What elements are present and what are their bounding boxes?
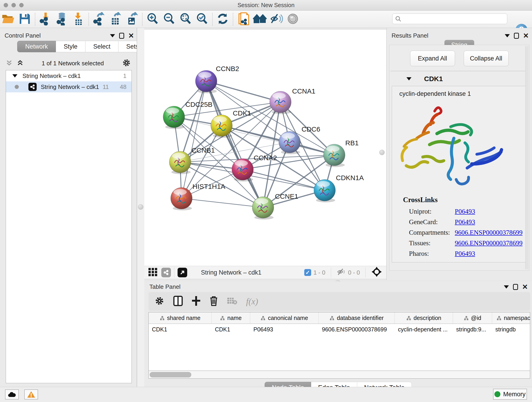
table-cell[interactable]: P06493 [250, 324, 319, 335]
hidden-eye-icon[interactable] [336, 268, 346, 277]
collapse-all-button[interactable]: Collapse All [464, 51, 509, 66]
crosslink-link[interactable]: 9606.ENSP00000378699 [455, 229, 523, 236]
save-session-button[interactable] [17, 12, 33, 27]
hide-details-button[interactable] [268, 12, 285, 27]
panel-close-icon[interactable]: ✕ [128, 32, 134, 39]
column-header--id[interactable]: @id [453, 313, 492, 324]
panel-menu-icon[interactable] [110, 34, 115, 37]
import-network-button[interactable] [37, 12, 54, 27]
network-collection-row[interactable]: String Network – cdk1 1 [6, 70, 132, 81]
export-network-button[interactable] [91, 12, 107, 27]
tab-style[interactable]: Style [56, 41, 85, 52]
zoom-out-button[interactable] [161, 12, 177, 27]
detach-view-icon[interactable] [177, 268, 187, 277]
starter-panel-button[interactable] [252, 12, 268, 27]
table-cell[interactable]: stringdb [492, 324, 530, 335]
zoom-fit-button[interactable] [177, 12, 194, 27]
network-node-CDC25B[interactable] [163, 106, 185, 129]
network-node-CCNA1[interactable] [270, 91, 291, 114]
collection-expand-icon[interactable] [12, 74, 17, 77]
crosslink-link[interactable]: 9606.ENSP00000378699 [455, 239, 523, 246]
table-cell[interactable]: CDK1 [212, 324, 250, 335]
panel-close-icon[interactable]: ✕ [522, 283, 528, 290]
table-cell[interactable]: stringdb:9... [453, 324, 492, 335]
tab-network[interactable]: Network [17, 41, 56, 52]
network-node-RB1[interactable] [323, 144, 345, 167]
column-header-name[interactable]: name [212, 313, 250, 324]
network-node-CDC6[interactable] [279, 131, 300, 154]
scrollbar-thumb[interactable] [150, 372, 191, 377]
table-cell[interactable]: 9606.ENSP00000378699 [319, 324, 395, 335]
search-input[interactable] [401, 14, 507, 23]
column-header-database-identifier[interactable]: database identifier [319, 313, 395, 324]
crosslink-link[interactable]: P06493 [455, 250, 475, 257]
network-node-CDKN1A[interactable] [314, 179, 336, 202]
results-scrollbar[interactable] [525, 46, 529, 269]
select-columns-icon[interactable] [173, 296, 183, 307]
network-edge-CCNB2-HIST1H1A[interactable] [181, 81, 206, 198]
crosslinks-title: CrossLinks [403, 196, 523, 204]
column-header-description[interactable]: description [395, 313, 453, 324]
panel-menu-icon[interactable] [505, 34, 510, 37]
node-table: shared namenamecanonical namedatabase id… [148, 312, 530, 371]
tab-select[interactable]: Select [85, 41, 119, 52]
gear-icon[interactable] [122, 58, 131, 68]
table-horizontal-scrollbar[interactable] [148, 371, 530, 379]
show-graphics-details-button[interactable] [285, 12, 301, 27]
clone-network-button[interactable] [235, 12, 252, 27]
panel-menu-icon[interactable] [504, 285, 509, 288]
network-results-splitter-handle[interactable] [379, 150, 385, 155]
network-node-CCNE1[interactable] [252, 197, 274, 220]
panel-float-icon[interactable] [514, 33, 519, 39]
network-graph[interactable]: CCNB2CCNA1CDC25BCDK1CDC6RB1CCNB1CCNA2CDK… [144, 30, 386, 266]
crosslink-link[interactable]: P06493 [455, 218, 475, 225]
apply-style-button[interactable] [215, 12, 231, 27]
delete-column-icon[interactable] [209, 296, 218, 307]
cloud-button[interactable] [5, 389, 19, 400]
memory-button[interactable]: Memory [493, 389, 527, 400]
vertical-splitter[interactable] [137, 28, 144, 387]
network-node-CCNA2[interactable] [232, 159, 253, 182]
import-table-icon [72, 12, 85, 26]
string-view-icon[interactable] [161, 268, 171, 277]
network-node-CDK1[interactable] [211, 115, 232, 138]
network-edge-CCNA2-CDKN1A[interactable] [243, 169, 325, 190]
panel-float-icon[interactable] [513, 284, 518, 290]
birdseye-icon[interactable] [371, 266, 382, 279]
expand-all-button[interactable]: Expand All [410, 51, 455, 66]
zoom-out-icon [163, 12, 176, 26]
open-session-button[interactable] [0, 12, 17, 27]
collapse-all-icon[interactable] [6, 59, 13, 67]
table-cell[interactable]: cyclin-dependent ... [395, 324, 453, 335]
column-header-canonical-name[interactable]: canonical name [250, 313, 319, 324]
import-network-from-database-button[interactable] [54, 12, 70, 27]
column-header-namespace[interactable]: namespace [492, 313, 530, 324]
panel-float-icon[interactable] [119, 33, 124, 39]
panel-close-icon[interactable]: ✕ [523, 32, 529, 39]
gene-expand-icon[interactable] [406, 77, 412, 80]
crosslink-link[interactable]: P06493 [455, 208, 475, 215]
network-canvas[interactable]: CCNB2CCNA1CDC25BCDK1CDC6RB1CCNB1CCNA2CDK… [144, 30, 386, 266]
add-column-icon[interactable] [191, 296, 201, 307]
splitter-handle[interactable] [138, 204, 143, 210]
zoom-in-button[interactable] [144, 12, 161, 27]
network-edge-CCNB2-CCNA1[interactable] [206, 81, 280, 102]
network-node-HIST1H1A[interactable] [171, 187, 192, 211]
export-image-button[interactable] [124, 12, 140, 27]
table-gear-icon[interactable] [154, 296, 165, 307]
selected-checkbox-icon[interactable]: ✓ [304, 269, 311, 276]
import-table-button[interactable] [70, 12, 87, 27]
table-cell[interactable]: CDK1 [149, 324, 212, 335]
zoom-selected-button[interactable] [194, 12, 210, 27]
grid-view-icon[interactable] [148, 267, 158, 278]
expand-all-icon[interactable] [17, 59, 24, 67]
network-edge-HIST1H1A-CCNE1[interactable] [181, 198, 263, 207]
column-header-shared-name[interactable]: shared name [149, 313, 212, 324]
export-table-button[interactable] [107, 12, 124, 27]
gene-description: cyclin-dependent kinase 1 [399, 90, 526, 97]
network-node-CCNB1[interactable] [169, 151, 191, 174]
table-row[interactable]: CDK1CDK1P064939606.ENSP00000378699cyclin… [149, 324, 530, 335]
warnings-button[interactable] [24, 389, 38, 400]
network-row[interactable]: String Network – cdk1 11 48 [6, 81, 132, 92]
crosslink-row: Tissues:9606.ENSP00000378699 [403, 239, 523, 246]
